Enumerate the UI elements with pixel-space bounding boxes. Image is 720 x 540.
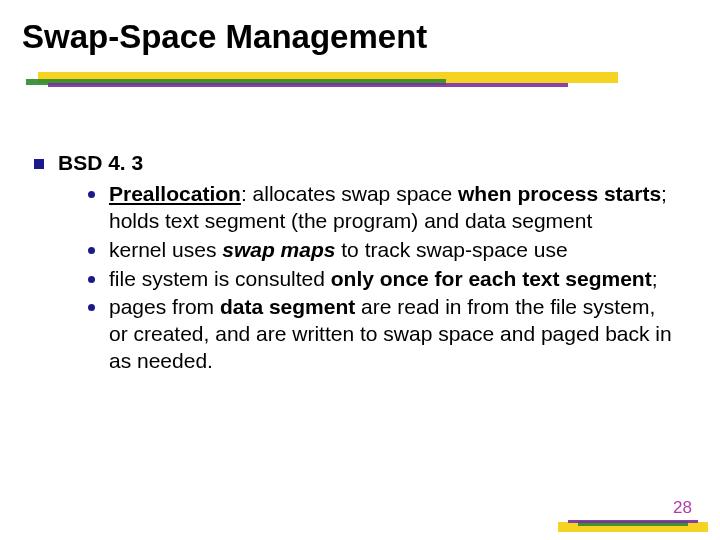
sub-list: Preallocation: allocates swap space when… bbox=[88, 181, 674, 375]
title-underline-decoration bbox=[38, 72, 678, 112]
bullet-text: Preallocation: allocates swap space when… bbox=[109, 181, 674, 235]
page-number: 28 bbox=[673, 498, 692, 518]
dot-bullet-icon bbox=[88, 304, 95, 311]
text-span: data segment bbox=[220, 295, 355, 318]
text-span: Preallocation bbox=[109, 182, 241, 205]
text-span: ; bbox=[652, 267, 658, 290]
dot-bullet-icon bbox=[88, 247, 95, 254]
list-item: pages from data segment are read in from… bbox=[88, 294, 674, 375]
content-area: BSD 4. 3 Preallocation: allocates swap s… bbox=[34, 150, 674, 377]
text-span: pages from bbox=[109, 295, 220, 318]
bullet-text: file system is consulted only once for e… bbox=[109, 266, 658, 293]
slide: Swap-Space Management BSD 4. 3 Prealloca… bbox=[0, 0, 720, 540]
list-item: file system is consulted only once for e… bbox=[88, 266, 674, 293]
list-item: BSD 4. 3 bbox=[34, 150, 674, 177]
text-span: : allocates swap space bbox=[241, 182, 458, 205]
text-span: swap maps bbox=[222, 238, 335, 261]
dot-bullet-icon bbox=[88, 191, 95, 198]
text-span: kernel uses bbox=[109, 238, 222, 261]
corner-purple bbox=[568, 520, 698, 523]
list-item: Preallocation: allocates swap space when… bbox=[88, 181, 674, 235]
text-span: to track swap-space use bbox=[335, 238, 567, 261]
text-span: file system is consulted bbox=[109, 267, 331, 290]
underline-purple bbox=[48, 83, 568, 87]
text-span: only once for each text segment bbox=[331, 267, 652, 290]
text-span: when process starts bbox=[458, 182, 661, 205]
slide-title: Swap-Space Management bbox=[22, 18, 427, 56]
title-area: Swap-Space Management bbox=[22, 18, 427, 56]
list-item: kernel uses swap maps to track swap-spac… bbox=[88, 237, 674, 264]
square-bullet-icon bbox=[34, 159, 44, 169]
bullet-text: kernel uses swap maps to track swap-spac… bbox=[109, 237, 568, 264]
top-level-label: BSD 4. 3 bbox=[58, 150, 143, 177]
dot-bullet-icon bbox=[88, 276, 95, 283]
bullet-text: pages from data segment are read in from… bbox=[109, 294, 674, 375]
